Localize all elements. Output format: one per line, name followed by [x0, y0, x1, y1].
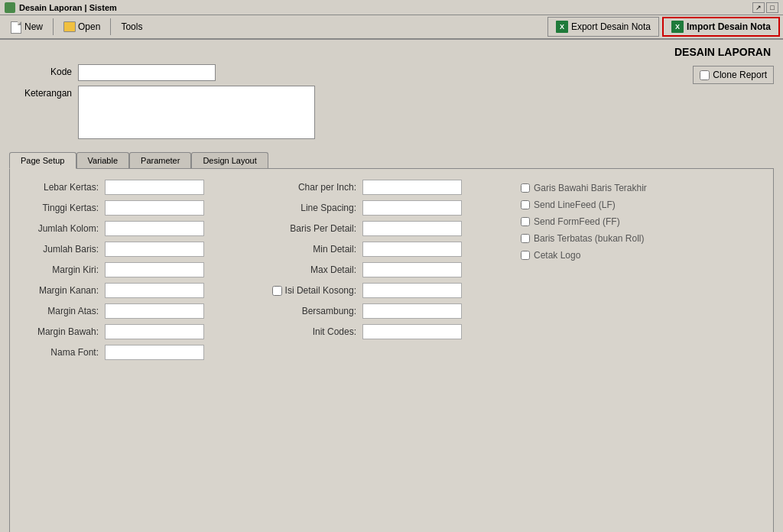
separator-2 — [110, 18, 111, 35]
tab-panel-page-setup: Lebar Kertas: Tinggi Kertas: Jumlah Kolo… — [9, 168, 774, 532]
send-formfeed-checkbox[interactable] — [521, 217, 530, 226]
tab-variable[interactable]: Variable — [76, 152, 130, 169]
field-char-per-inch: Char per Inch: — [275, 180, 508, 195]
field-max-detail: Max Detail: — [275, 262, 508, 277]
lebar-kertas-label: Lebar Kertas: — [28, 182, 105, 193]
bersambung-label: Bersambung: — [275, 306, 362, 316]
jumlah-baris-label: Jumlah Baris: — [28, 244, 105, 255]
nama-font-input[interactable] — [105, 345, 204, 360]
maximize-btn[interactable]: □ — [766, 2, 778, 13]
clone-label: Clone Report — [713, 70, 767, 80]
title-bar: Desain Laporan | Sistem ↗ □ — [0, 0, 783, 15]
clone-report-button[interactable]: Clone Report — [693, 66, 774, 84]
send-linefeed-checkbox[interactable] — [521, 200, 530, 209]
separator-1 — [53, 18, 54, 35]
open-button[interactable]: Open — [57, 17, 107, 37]
field-nama-font: Nama Font: — [28, 345, 262, 360]
isi-detail-kosong-label: Isi Detail Kosong: — [275, 285, 362, 296]
init-codes-input[interactable] — [362, 324, 462, 339]
new-button[interactable]: New — [3, 17, 50, 37]
isi-detail-kosong-checkbox[interactable] — [272, 286, 282, 296]
margin-kanan-input[interactable] — [105, 283, 204, 298]
margin-bawah-input[interactable] — [105, 324, 204, 339]
toolbar: New Open Tools X Export Desain Nota X Im… — [0, 15, 783, 40]
export-button[interactable]: X Export Desain Nota — [547, 17, 659, 37]
page-setup-grid: Lebar Kertas: Tinggi Kertas: Jumlah Kolo… — [22, 180, 761, 365]
import-label: Import Desain Nota — [687, 21, 771, 32]
main-content: DESAIN LAPORAN Kode Keterangan Clone Rep… — [0, 40, 783, 532]
tabs-header: Page Setup Variable Parameter Design Lay… — [9, 151, 774, 168]
char-per-inch-label: Char per Inch: — [275, 182, 362, 193]
baris-per-detail-input[interactable] — [362, 221, 462, 236]
margin-bawah-label: Margin Bawah: — [28, 326, 105, 337]
margin-kanan-label: Margin Kanan: — [28, 285, 105, 296]
margin-atas-label: Margin Atas: — [28, 306, 105, 316]
new-label: New — [24, 21, 43, 32]
tools-button[interactable]: Tools — [114, 17, 149, 37]
garis-bawahi-label: Garis Bawahi Baris Terakhir — [534, 183, 647, 193]
tabs-container: Page Setup Variable Parameter Design Lay… — [9, 151, 774, 532]
kode-label: Kode — [9, 64, 78, 77]
margin-atas-input[interactable] — [105, 303, 204, 319]
margin-kiri-input[interactable] — [105, 262, 204, 277]
tools-label: Tools — [121, 21, 142, 32]
window-controls[interactable]: ↗ □ — [752, 2, 778, 13]
garis-bawahi-checkbox[interactable] — [521, 183, 530, 193]
checkbox-garis-bawahi: Garis Bawahi Baris Terakhir — [521, 183, 755, 193]
tab-parameter-label: Parameter — [141, 156, 180, 165]
column-left: Lebar Kertas: Tinggi Kertas: Jumlah Kolo… — [22, 180, 268, 365]
send-linefeed-label: Send LineFeed (LF) — [534, 200, 616, 210]
min-detail-input[interactable] — [362, 242, 462, 257]
cetak-logo-checkbox[interactable] — [521, 251, 530, 260]
restore-btn[interactable]: ↗ — [752, 2, 765, 13]
lebar-kertas-input[interactable] — [105, 180, 204, 195]
field-line-spacing: Line Spacing: — [275, 200, 508, 216]
max-detail-input[interactable] — [362, 262, 462, 277]
field-min-detail: Min Detail: — [275, 242, 508, 257]
baris-terbatas-checkbox[interactable] — [521, 234, 530, 243]
max-detail-label: Max Detail: — [275, 264, 362, 275]
min-detail-label: Min Detail: — [275, 244, 362, 255]
line-spacing-label: Line Spacing: — [275, 203, 362, 213]
keterangan-label: Keterangan — [9, 86, 78, 99]
field-jumlah-baris: Jumlah Baris: — [28, 242, 262, 257]
field-bersambung: Bersambung: — [275, 303, 508, 319]
baris-terbatas-label: Baris Terbatas (bukan Roll) — [534, 233, 645, 244]
tab-page-setup[interactable]: Page Setup — [9, 152, 76, 169]
baris-per-detail-label: Baris Per Detail: — [275, 223, 362, 234]
checkbox-cetak-logo: Cetak Logo — [521, 250, 755, 261]
field-isi-detail-kosong: Isi Detail Kosong: — [275, 283, 508, 298]
tinggi-kertas-input[interactable] — [105, 200, 204, 216]
cetak-logo-label: Cetak Logo — [534, 250, 580, 261]
open-icon — [63, 21, 76, 32]
clone-checkbox[interactable] — [700, 70, 710, 80]
top-form-area: Kode Keterangan Clone Report — [9, 64, 774, 144]
send-formfeed-label: Send FormFeed (FF) — [534, 216, 620, 227]
line-spacing-input[interactable] — [362, 200, 462, 216]
clone-btn-area: Clone Report — [693, 64, 774, 84]
tab-page-setup-label: Page Setup — [21, 156, 65, 165]
tab-parameter[interactable]: Parameter — [129, 152, 191, 169]
tab-design-layout-label: Design Layout — [203, 156, 256, 165]
isi-detail-kosong-input[interactable] — [362, 283, 462, 298]
checkbox-baris-terbatas: Baris Terbatas (bukan Roll) — [521, 233, 755, 244]
field-tinggi-kertas: Tinggi Kertas: — [28, 200, 262, 216]
toolbar-right: X Export Desain Nota X Import Desain Not… — [547, 17, 780, 37]
jumlah-kolom-label: Jumlah Kolom: — [28, 223, 105, 234]
column-right: Garis Bawahi Baris Terakhir Send LineFee… — [515, 180, 761, 365]
keterangan-textarea[interactable] — [78, 86, 315, 139]
new-icon — [10, 21, 22, 33]
kode-row: Kode — [9, 64, 693, 81]
tab-design-layout[interactable]: Design Layout — [191, 152, 268, 169]
jumlah-baris-input[interactable] — [105, 242, 204, 257]
jumlah-kolom-input[interactable] — [105, 221, 204, 236]
column-mid: Char per Inch: Line Spacing: Baris Per D… — [268, 180, 515, 365]
kode-input[interactable] — [78, 64, 216, 81]
char-per-inch-input[interactable] — [362, 180, 462, 195]
field-baris-per-detail: Baris Per Detail: — [275, 221, 508, 236]
margin-kiri-label: Margin Kiri: — [28, 264, 105, 275]
import-button[interactable]: X Import Desain Nota — [662, 17, 780, 37]
field-init-codes: Init Codes: — [275, 324, 508, 339]
bersambung-input[interactable] — [362, 303, 462, 319]
tab-variable-label: Variable — [88, 156, 119, 165]
